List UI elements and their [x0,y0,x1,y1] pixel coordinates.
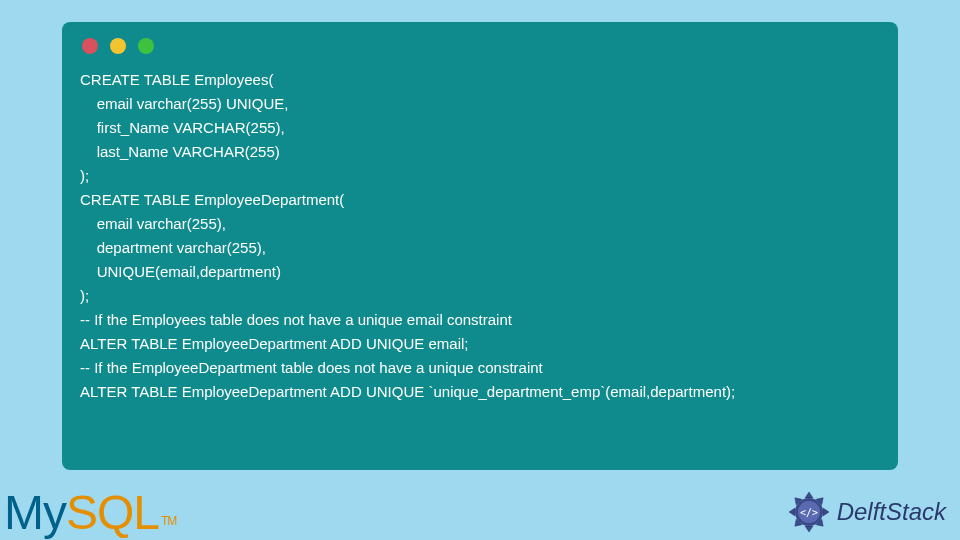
footer: MySQLTM </> [0,480,960,540]
mysql-sql-text: SQL [66,485,159,540]
mysql-logo: MySQLTM [4,485,176,540]
svg-marker-6 [789,508,795,516]
svg-marker-0 [805,492,813,498]
delftstack-gear-icon: </> [787,490,831,534]
maximize-icon[interactable] [138,38,154,54]
code-window: CREATE TABLE Employees( email varchar(25… [62,22,898,470]
delftstack-logo: </> DelftStack [787,490,946,534]
mysql-my-text: My [4,485,66,540]
window-controls [80,38,880,54]
svg-marker-2 [823,508,829,516]
delftstack-text: DelftStack [837,498,946,526]
minimize-icon[interactable] [110,38,126,54]
code-block: CREATE TABLE Employees( email varchar(25… [80,68,880,404]
svg-text:</>: </> [800,507,818,518]
mysql-tm-text: TM [161,514,176,528]
svg-marker-4 [805,526,813,532]
close-icon[interactable] [82,38,98,54]
